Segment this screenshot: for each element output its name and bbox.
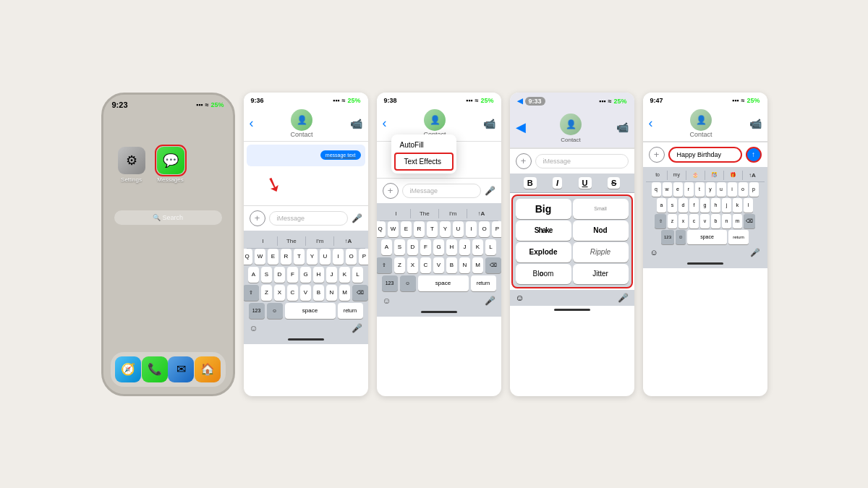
emoji-icon-5[interactable]: ☺ (650, 248, 658, 257)
key-g[interactable]: G (300, 267, 311, 283)
key-s[interactable]: S (261, 267, 272, 283)
back-button-4[interactable]: ◀ (516, 119, 526, 135)
message-input-4[interactable]: iMessage (535, 154, 629, 168)
effect-bloom[interactable]: Bloom (516, 264, 571, 284)
effect-ripple[interactable]: Ripple (573, 242, 629, 262)
key-shift-3[interactable]: ⇧ (377, 257, 393, 273)
key-k3[interactable]: K (472, 239, 483, 255)
home-search-bar[interactable]: 🔍 Search (114, 210, 222, 225)
key-l5[interactable]: l (744, 198, 753, 213)
key-m3[interactable]: M (472, 257, 483, 273)
homekit-dock-icon[interactable]: 🏠 (195, 356, 221, 382)
key-num-3[interactable]: 123 (382, 275, 398, 291)
key-k5[interactable]: k (733, 198, 742, 213)
key-i3[interactable]: I (466, 221, 477, 237)
bold-button[interactable]: B (524, 177, 537, 189)
emoji-icon-4[interactable]: ☺ (516, 293, 524, 303)
dictate-icon-3[interactable]: 🎤 (485, 296, 495, 306)
key-u[interactable]: U (320, 249, 331, 265)
mail-dock-icon[interactable]: ✉ (168, 356, 194, 382)
italic-button[interactable]: I (553, 177, 562, 189)
key-q[interactable]: Q (244, 249, 253, 265)
key-v3[interactable]: V (433, 257, 444, 273)
key-g3[interactable]: G (433, 239, 444, 255)
key-space-5[interactable]: space (687, 230, 727, 244)
key-return-2[interactable]: return (338, 303, 363, 319)
key-y5[interactable]: y (706, 182, 715, 197)
key-l3[interactable]: L (485, 239, 496, 255)
key-v5[interactable]: v (700, 214, 710, 228)
key-t[interactable]: T (294, 249, 305, 265)
sug-the-2[interactable]: The (278, 236, 306, 246)
effect-jitter[interactable]: Jitter (573, 264, 629, 284)
key-m[interactable]: M (339, 285, 350, 301)
sug-aa-5[interactable]: ↑A (743, 171, 761, 180)
video-icon-2[interactable]: 📹 (350, 118, 362, 129)
key-x5[interactable]: x (678, 214, 688, 228)
key-n[interactable]: N (326, 285, 337, 301)
key-j[interactable]: J (326, 267, 337, 283)
back-button-5[interactable]: ‹ (649, 116, 653, 131)
sug-my[interactable]: my (668, 171, 686, 180)
key-b[interactable]: B (313, 285, 324, 301)
key-num-5[interactable]: 123 (661, 230, 674, 244)
key-space-3[interactable]: space (418, 275, 469, 291)
key-j3[interactable]: J (459, 239, 470, 255)
messages-icon[interactable]: 💬 (157, 147, 184, 174)
key-p5[interactable]: p (749, 182, 759, 197)
key-c3[interactable]: C (420, 257, 431, 273)
key-h3[interactable]: H (446, 239, 457, 255)
key-d5[interactable]: d (678, 198, 688, 213)
safari-dock-icon[interactable]: 🧭 (115, 356, 141, 382)
plus-button-2[interactable]: + (250, 210, 265, 226)
key-x3[interactable]: X (407, 257, 418, 273)
sug-party[interactable]: 🎊 (705, 171, 724, 180)
key-f5[interactable]: f (689, 198, 699, 213)
plus-button-5[interactable]: + (649, 147, 665, 163)
key-t5[interactable]: t (695, 182, 705, 197)
key-a5[interactable]: a (657, 198, 666, 213)
message-input-3[interactable]: iMessage (402, 184, 481, 198)
key-e[interactable]: E (268, 249, 278, 265)
sug-aa-3[interactable]: ↑A (467, 209, 495, 218)
key-del-5[interactable]: ⌫ (744, 214, 755, 228)
sug-cake[interactable]: 🎂 (686, 171, 705, 180)
key-space-2[interactable]: space (285, 303, 336, 319)
key-z3[interactable]: Z (394, 257, 405, 273)
key-q3[interactable]: Q (377, 221, 386, 237)
key-l[interactable]: L (352, 267, 363, 283)
key-q5[interactable]: q (652, 182, 661, 197)
key-u5[interactable]: u (717, 182, 726, 197)
key-x[interactable]: X (274, 285, 285, 301)
sug-im-2[interactable]: I'm (306, 236, 334, 246)
key-j5[interactable]: j (722, 198, 731, 213)
text-effects-option[interactable]: Text Effects (394, 153, 454, 171)
key-o[interactable]: O (346, 249, 357, 265)
sug-i-3[interactable]: I (383, 209, 411, 218)
key-s3[interactable]: S (394, 239, 405, 255)
key-f3[interactable]: F (420, 239, 431, 255)
phone-dock-icon[interactable]: 📞 (142, 356, 168, 382)
sug-i-2[interactable]: I (250, 236, 278, 246)
video-icon-3[interactable]: 📹 (483, 118, 495, 129)
key-del-2[interactable]: ⌫ (352, 285, 368, 301)
effect-explode[interactable]: Explode (516, 242, 571, 262)
key-return-3[interactable]: return (471, 275, 496, 291)
strikethrough-button[interactable]: S (608, 177, 620, 189)
sug-aa-2[interactable]: ↑A (334, 236, 362, 246)
plus-button-3[interactable]: + (383, 183, 399, 199)
back-button-2[interactable]: ‹ (250, 116, 254, 131)
key-n5[interactable]: n (722, 214, 731, 228)
key-v[interactable]: V (300, 285, 311, 301)
key-e3[interactable]: E (401, 221, 412, 237)
key-emoji-2[interactable]: ☺ (267, 303, 283, 319)
plus-button-4[interactable]: + (516, 153, 532, 169)
key-y[interactable]: Y (307, 249, 318, 265)
key-b3[interactable]: B (446, 257, 457, 273)
message-input-2[interactable]: iMessage (269, 211, 348, 226)
key-num-2[interactable]: 123 (249, 303, 265, 319)
key-del-3[interactable]: ⌫ (485, 257, 501, 273)
sug-gift[interactable]: 🎁 (724, 171, 743, 180)
key-shift-2[interactable]: ⇧ (244, 285, 260, 301)
key-r5[interactable]: r (684, 182, 694, 197)
